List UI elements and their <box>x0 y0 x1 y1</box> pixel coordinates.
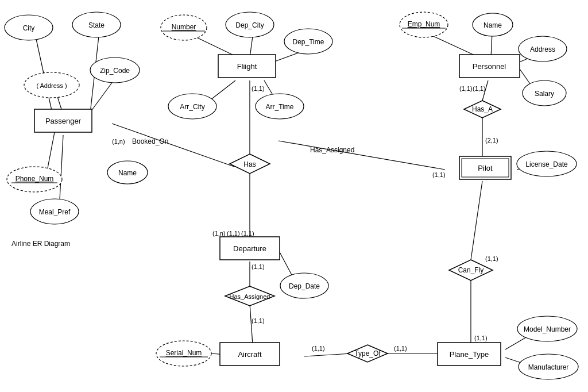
svg-text:Departure: Departure <box>233 244 266 253</box>
svg-text:Name: Name <box>483 21 502 29</box>
svg-text:(1,1): (1,1) <box>312 345 325 352</box>
svg-text:Pilot: Pilot <box>478 164 493 172</box>
svg-text:(1,1): (1,1) <box>459 85 473 92</box>
svg-text:Has_Assigned: Has_Assigned <box>310 146 354 154</box>
svg-text:Phone_Num: Phone_Num <box>16 175 54 183</box>
svg-line-19 <box>304 353 351 356</box>
svg-text:(1,1): (1,1) <box>227 230 240 237</box>
svg-text:Type_Of: Type_Of <box>354 349 381 358</box>
svg-text:Has: Has <box>243 160 256 168</box>
svg-text:(1,1): (1,1) <box>252 263 265 270</box>
diagram-svg: Passenger Fliight Personnel Pilot Depart… <box>0 0 588 392</box>
svg-text:Arr_City: Arr_City <box>180 103 204 111</box>
svg-text:Number: Number <box>172 23 196 31</box>
svg-text:(1,1): (1,1) <box>394 345 407 352</box>
svg-line-14 <box>278 141 445 170</box>
svg-text:Passenger: Passenger <box>45 117 82 125</box>
svg-text:Plane_Type: Plane_Type <box>450 350 489 359</box>
svg-text:(1,1): (1,1) <box>252 317 265 324</box>
svg-text:(1,1): (1,1) <box>474 335 488 341</box>
svg-line-25 <box>430 34 479 57</box>
svg-text:Arr_Time: Arr_Time <box>266 103 294 111</box>
svg-text:Has_Assigned: Has_Assigned <box>230 293 270 300</box>
svg-line-22 <box>471 181 482 260</box>
svg-text:License_Date: License_Date <box>525 160 568 168</box>
svg-text:(1,n): (1,n) <box>212 230 226 237</box>
svg-text:(1,1): (1,1) <box>473 85 486 92</box>
svg-text:Dep_Date: Dep_Date <box>289 282 320 290</box>
svg-line-13 <box>112 124 234 167</box>
svg-text:(1,1): (1,1) <box>485 255 498 262</box>
svg-text:Model_Number: Model_Number <box>524 325 571 333</box>
svg-text:Meal_Pref: Meal_Pref <box>39 208 71 216</box>
svg-text:Serial_Num: Serial_Num <box>166 349 202 357</box>
svg-text:Fliight: Fliight <box>237 62 257 71</box>
svg-text:Address: Address <box>530 45 555 53</box>
svg-text:(1,1): (1,1) <box>432 171 446 178</box>
svg-line-16 <box>250 303 253 345</box>
svg-text:Can_Fly: Can_Fly <box>458 266 484 274</box>
svg-text:Dep_Time: Dep_Time <box>293 38 324 46</box>
svg-text:Salary: Salary <box>535 90 554 98</box>
svg-text:Personnel: Personnel <box>473 62 506 71</box>
svg-text:State: State <box>88 21 105 29</box>
diagram-label: Airline ER Diagram <box>11 240 70 248</box>
svg-text:Emp_Num: Emp_Num <box>408 20 440 28</box>
svg-text:(1,1): (1,1) <box>241 230 254 237</box>
svg-text:(2,1): (2,1) <box>485 137 498 144</box>
svg-text:Name: Name <box>118 169 137 177</box>
svg-text:Manufacturer: Manufacturer <box>528 363 569 371</box>
er-diagram: Passenger Fliight Personnel Pilot Depart… <box>0 0 588 392</box>
svg-text:City: City <box>23 24 35 32</box>
svg-text:( Address ): ( Address ) <box>36 82 67 89</box>
svg-text:Has_A: Has_A <box>472 105 493 113</box>
svg-text:(1,n): (1,n) <box>112 138 125 145</box>
svg-text:Booked_On: Booked_On <box>132 137 168 145</box>
svg-text:Dep_City: Dep_City <box>235 21 264 29</box>
svg-line-26 <box>491 33 492 57</box>
svg-text:Zip_Code: Zip_Code <box>100 67 130 75</box>
svg-text:Aircraft: Aircraft <box>238 350 262 359</box>
svg-text:(1,1): (1,1) <box>252 85 265 92</box>
